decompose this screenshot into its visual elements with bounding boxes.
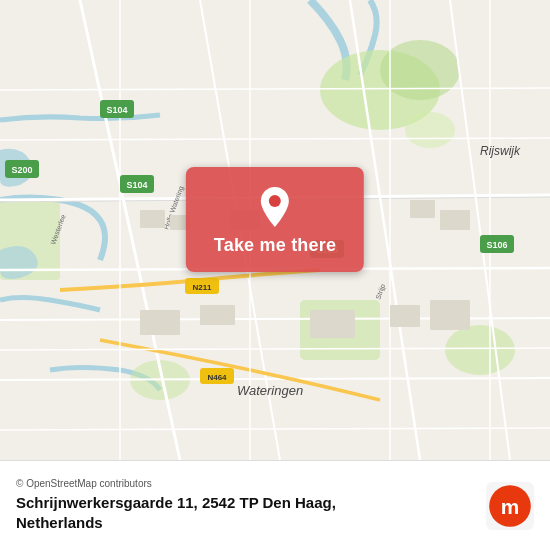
svg-rect-53: [430, 300, 470, 330]
map-area: S104 S104 S200 S105 S106 N211 N464 Water…: [0, 0, 550, 460]
moovit-logo: m: [486, 482, 534, 530]
svg-rect-52: [390, 305, 420, 327]
svg-point-2: [380, 40, 460, 100]
osm-credit: © OpenStreetMap contributors: [16, 478, 336, 489]
take-me-there-button[interactable]: Take me there: [186, 167, 364, 272]
svg-rect-50: [200, 305, 235, 325]
svg-text:S200: S200: [11, 165, 32, 175]
map-pin-icon: [257, 185, 293, 229]
svg-text:S106: S106: [486, 240, 507, 250]
svg-text:Rijswijk: Rijswijk: [480, 144, 521, 158]
svg-rect-47: [410, 200, 435, 218]
svg-point-7: [405, 112, 455, 148]
svg-rect-48: [440, 210, 470, 230]
address-block: Schrijnwerkersgaarde 11, 2542 TP Den Haa…: [16, 493, 336, 534]
svg-rect-49: [140, 310, 180, 335]
svg-point-6: [445, 325, 515, 375]
moovit-icon: m: [486, 482, 534, 530]
svg-text:N464: N464: [207, 373, 227, 382]
address-line1: Schrijnwerkersgaarde 11, 2542 TP Den Haa…: [16, 494, 336, 511]
svg-text:S104: S104: [106, 105, 127, 115]
svg-rect-44: [140, 210, 165, 228]
svg-text:Wateringen: Wateringen: [237, 383, 303, 398]
svg-rect-51: [310, 310, 355, 338]
address-section: © OpenStreetMap contributors Schrijnwerk…: [16, 478, 336, 534]
address-line2: Netherlands: [16, 514, 103, 531]
take-me-there-label: Take me there: [214, 235, 336, 256]
svg-text:m: m: [501, 495, 520, 518]
svg-text:S104: S104: [126, 180, 147, 190]
svg-text:N211: N211: [192, 283, 212, 292]
bottom-bar: © OpenStreetMap contributors Schrijnwerk…: [0, 460, 550, 550]
svg-point-54: [269, 195, 281, 207]
